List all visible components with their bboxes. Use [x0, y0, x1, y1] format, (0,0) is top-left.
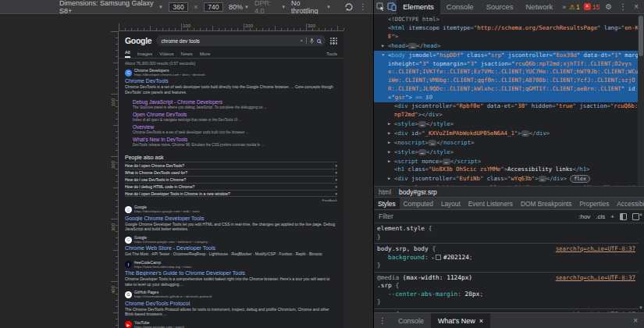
devtools-menu-icon[interactable]: ⋮	[617, 2, 628, 11]
styles-filter-input[interactable]: Filter	[379, 212, 393, 220]
tab-network[interactable]: Network	[520, 0, 560, 14]
dom-tree-line[interactable]: ▶<head>…</head>	[374, 41, 639, 51]
shorthand-expander-icon[interactable]: ▸	[432, 255, 435, 260]
paa-question-row[interactable]: How do I open Developer Tools in Chrome …	[125, 190, 337, 197]
tab-properties[interactable]: Properties	[575, 197, 613, 210]
google-logo[interactable]: Google	[125, 36, 151, 45]
tab-accessibility[interactable]: Accessibility	[613, 197, 644, 210]
toggle-class-button[interactable]: .cls	[596, 213, 605, 220]
tab-layout[interactable]: Layout	[437, 197, 464, 210]
scroll-down-icon[interactable]: ▼	[639, 305, 643, 310]
dom-tree-line[interactable]: <div jscontroller="Rpbf0e" data-et="30" …	[374, 102, 639, 119]
tab-console[interactable]: Console	[440, 0, 480, 14]
inspect-icon[interactable]	[376, 1, 385, 13]
zoom-select[interactable]: 80% ▼	[229, 3, 249, 11]
dom-tree-line[interactable]: <h1 class="Uo8X3b OhScic zsYMMe">Accessi…	[374, 166, 639, 174]
result-title-link[interactable]: Chrome Web Store - Developer Tools	[125, 245, 337, 251]
new-style-rule-button[interactable]: +	[610, 213, 614, 220]
toggle-hover-button[interactable]: :hov	[578, 213, 590, 220]
dpr-select[interactable]: DPR: 4.0 ▼	[254, 0, 286, 15]
tools-button[interactable]: Tools	[326, 52, 337, 56]
twisty-icon[interactable]: ▶	[388, 174, 394, 183]
rotate-icon[interactable]	[344, 2, 354, 12]
serp-tab-images[interactable]: Images	[137, 52, 153, 56]
serp-tab-all[interactable]: All	[125, 50, 130, 58]
close-tab-icon[interactable]: ×	[479, 317, 483, 325]
twisty-icon[interactable]: ▶	[388, 119, 394, 128]
serp-tab-news[interactable]: News	[181, 52, 193, 56]
color-format-icon[interactable]	[620, 213, 627, 220]
rule-selector[interactable]: .srp {	[377, 282, 635, 291]
paa-question-row[interactable]: How do I debug HTML code in Chrome?▾	[125, 183, 337, 190]
clear-icon[interactable]: ×	[300, 38, 303, 43]
sitelink-title[interactable]: Overview	[133, 124, 337, 130]
device-toolbar-menu-icon[interactable]: ⋮	[359, 2, 367, 11]
serp-tab-videos[interactable]: Videos	[159, 52, 173, 56]
throttling-select[interactable]: No throttling ▼	[291, 0, 331, 15]
sitelink-title[interactable]: What's New In DevTools	[133, 137, 337, 142]
tab-dom-breakpoints[interactable]: DOM Breakpoints	[517, 197, 575, 210]
apps-grid-icon[interactable]	[330, 37, 337, 45]
result-title-link[interactable]: Chrome DevTools Protocol	[125, 301, 337, 306]
dom-tree-line[interactable]: ▶<div jscontroller="EufiNb" class="wYq63…	[374, 174, 639, 184]
dom-tree-line[interactable]: ▶<style>…</style>	[374, 119, 639, 129]
viewport-width-input[interactable]: 360	[169, 2, 188, 12]
dom-tree-line[interactable]: ▶<script nonce>…</script>	[374, 157, 639, 166]
style-rule[interactable]: search?q=ch…ie=UTF-8:37@media (max-width…	[374, 273, 639, 309]
feedback-link[interactable]: Feedback	[125, 197, 337, 204]
device-select[interactable]: Dimensions: Samsung Galaxy S8+ ▼	[59, 0, 163, 15]
more-tabs-icon[interactable]: »	[559, 3, 569, 11]
viewport-height-input[interactable]: 740	[204, 2, 223, 12]
dom-tree-line[interactable]: ▶<noscript>…</noscript>	[374, 138, 639, 148]
dom-tree-line[interactable]: ▶<style>…</style>	[374, 148, 639, 157]
twisty-icon[interactable]: ▶	[388, 157, 394, 166]
stylesheet-link[interactable]: search?q=ch…ie=UTF-8:37	[556, 274, 635, 283]
settings-gear-icon[interactable]: ⚙	[603, 2, 614, 11]
tab-computed[interactable]: Computed	[400, 197, 437, 210]
elements-scrollbar[interactable]	[638, 14, 644, 186]
css-property[interactable]: --center-abs-margin: 28px;	[377, 291, 635, 299]
tab-styles[interactable]: Styles	[374, 197, 400, 210]
errors-badge[interactable]: ×15	[584, 3, 600, 11]
search-icon[interactable]	[317, 39, 321, 43]
twisty-icon[interactable]: ▶	[388, 148, 394, 156]
drawer-tab-whats-new[interactable]: What's New ×	[431, 313, 490, 328]
flex-badge[interactable]: flex	[570, 175, 590, 183]
twisty-icon[interactable]: ▶	[388, 138, 394, 147]
stylesheet-link[interactable]: search?q=ch…ie=UTF-8:37	[556, 245, 635, 254]
style-rule[interactable]: search?q=ch…ie=UTF-8:37body.srp, body {b…	[374, 244, 639, 273]
tab-event-listeners[interactable]: Event Listeners	[464, 197, 517, 210]
breadcrumb-html[interactable]: html	[379, 188, 391, 196]
css-property[interactable]: background: ▸#202124;	[377, 254, 635, 262]
dom-tree-line[interactable]: <html itemscope itemtype="http://schema.…	[374, 24, 639, 41]
paa-question-row[interactable]: How do I open Chrome DevTools?▾	[125, 162, 337, 169]
dom-tree-line[interactable]: ▼<body jsmodel="hspDDf" class="srp" jsco…	[374, 51, 639, 102]
style-rule[interactable]: element.style {}	[374, 223, 639, 244]
twisty-icon[interactable]: ▼	[382, 51, 388, 59]
result-title-link[interactable]: The Beginner's Guide to Chrome Developer…	[125, 270, 337, 276]
paa-question-row[interactable]: What is Chrome DevTools used for?▾	[125, 169, 337, 176]
result-title-link[interactable]: Chrome DevTools	[125, 78, 337, 84]
serp-tab-more[interactable]: More	[200, 52, 211, 56]
sitelink-title[interactable]: Open Chrome DevTools	[133, 112, 337, 117]
close-devtools-icon[interactable]: ×	[632, 2, 640, 11]
twisty-icon[interactable]: ▶	[388, 129, 394, 137]
search-input[interactable]: chrome dev tools ×	[156, 35, 326, 46]
dom-tree-line[interactable]: ▶<div id="_KXVuZImPAbWokdUP05eN6A4_1">…<…	[374, 129, 639, 138]
mic-icon[interactable]	[310, 38, 314, 44]
result-title-link[interactable]: Google Chrome Developer Tools	[125, 216, 337, 221]
device-toolbar-toggle-icon[interactable]	[387, 1, 397, 13]
drawer-tab-console[interactable]: Console	[391, 313, 431, 328]
dom-tree-line[interactable]: <!DOCTYPE html>	[374, 16, 639, 24]
paa-question-row[interactable]: How do I use DevTools in Chrome?▾	[125, 176, 337, 183]
scroll-up-icon[interactable]: ▲	[639, 212, 643, 216]
drawer-menu-icon[interactable]: ⋮	[374, 316, 391, 325]
tab-elements[interactable]: Elements	[397, 0, 440, 14]
twisty-icon[interactable]: ▶	[382, 41, 388, 50]
sitelink-title[interactable]: Debug JavaScript - Chrome Developers	[133, 99, 337, 105]
tab-sources[interactable]: Sources	[480, 0, 520, 14]
color-swatch[interactable]	[436, 255, 441, 260]
rule-selector[interactable]: element.style {	[377, 225, 635, 234]
warnings-badge[interactable]: ⚠1	[569, 3, 579, 11]
close-drawer-icon[interactable]: ×	[633, 316, 638, 325]
